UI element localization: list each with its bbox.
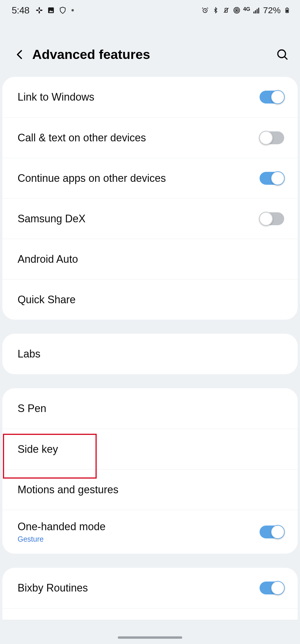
settings-group-4: Bixby Routines	[2, 568, 298, 620]
signal-icon	[253, 6, 261, 14]
shield-icon	[59, 6, 67, 14]
svg-rect-0	[39, 7, 40, 10]
svg-rect-14	[257, 9, 258, 13]
quick-share-row[interactable]: Quick Share	[2, 279, 298, 320]
bixby-routines-row[interactable]: Bixby Routines	[2, 568, 298, 608]
list-item-label: Labs	[18, 348, 284, 360]
list-item-label: Bixby Routines	[18, 582, 260, 594]
continue-apps-row[interactable]: Continue apps on other devices	[2, 158, 298, 198]
list-item-label: Android Auto	[18, 253, 284, 265]
bixby-routines-toggle[interactable]	[260, 582, 284, 594]
s-pen-row[interactable]: S Pen	[2, 388, 298, 429]
side-key-row[interactable]: Side key	[2, 429, 298, 469]
list-item-sublabel: Gesture	[18, 535, 260, 543]
page-title: Advanced features	[32, 47, 275, 62]
image-icon	[47, 6, 55, 14]
list-item-label: S Pen	[18, 402, 284, 415]
battery-icon	[283, 6, 291, 14]
search-button[interactable]	[275, 48, 289, 62]
status-right: 4G 72%	[201, 5, 291, 15]
list-item-label: Link to Windows	[18, 91, 260, 103]
status-bar: 5:48 4G 72%	[0, 0, 300, 21]
list-item-label: Side key	[18, 443, 284, 455]
call-text-other-devices-row[interactable]: Call & text on other devices	[2, 117, 298, 158]
navigation-handle[interactable]	[118, 636, 182, 639]
svg-line-8	[224, 8, 229, 13]
samsung-dex-toggle[interactable]	[260, 212, 284, 225]
hotspot-icon	[233, 6, 241, 14]
list-item-label: Continue apps on other devices	[18, 172, 260, 184]
labs-row[interactable]: Labs	[2, 334, 298, 374]
settings-group-1: Link to Windows Call & text on other dev…	[2, 77, 298, 320]
vibrate-icon	[222, 6, 230, 14]
svg-rect-13	[255, 10, 256, 13]
continue-apps-toggle[interactable]	[260, 172, 284, 185]
one-handed-mode-row[interactable]: One-handed mode Gesture	[2, 510, 298, 554]
svg-rect-18	[286, 10, 288, 12]
settings-group-3: S Pen Side key Motions and gestures One-…	[2, 388, 298, 554]
more-dot-icon	[71, 9, 74, 11]
svg-rect-3	[40, 10, 42, 11]
link-to-windows-row[interactable]: Link to Windows	[2, 77, 298, 117]
svg-rect-12	[253, 11, 254, 13]
svg-point-9	[236, 10, 237, 11]
battery-text: 72%	[263, 5, 281, 15]
slack-icon	[35, 6, 43, 14]
status-time: 5:48	[12, 5, 29, 16]
list-item-label: Motions and gestures	[18, 483, 284, 496]
list-item-label: Quick Share	[18, 293, 284, 306]
list-item-label: One-handed mode	[18, 520, 260, 533]
svg-line-20	[284, 57, 287, 59]
status-left: 5:48	[12, 5, 74, 16]
motions-gestures-row[interactable]: Motions and gestures	[2, 469, 298, 510]
list-item-label: Samsung DeX	[18, 212, 260, 225]
samsung-dex-row[interactable]: Samsung DeX	[2, 198, 298, 239]
network-type: 4G	[243, 6, 250, 12]
back-button[interactable]	[13, 48, 27, 62]
svg-rect-17	[287, 8, 288, 9]
one-handed-mode-toggle[interactable]	[260, 526, 284, 538]
svg-rect-4	[48, 7, 54, 13]
android-auto-row[interactable]: Android Auto	[2, 239, 298, 279]
partial-row	[2, 608, 298, 620]
bluetooth-icon	[212, 6, 220, 14]
link-to-windows-toggle[interactable]	[260, 91, 284, 104]
svg-rect-1	[36, 10, 39, 11]
page-header: Advanced features	[0, 21, 300, 77]
alarm-icon	[201, 6, 209, 14]
svg-rect-2	[39, 11, 40, 13]
svg-rect-15	[258, 8, 259, 13]
list-item-label: Call & text on other devices	[18, 131, 260, 144]
call-text-other-devices-toggle[interactable]	[260, 131, 284, 144]
settings-group-2: Labs	[2, 334, 298, 374]
